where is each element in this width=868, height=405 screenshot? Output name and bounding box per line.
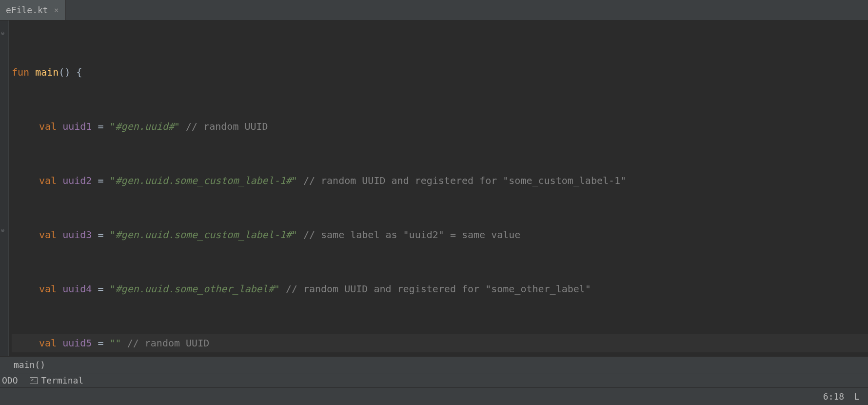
breadcrumb-bar: main() bbox=[0, 356, 868, 373]
fold-marker-icon[interactable]: ⊖ bbox=[1, 30, 4, 36]
editor-tab-bar: eFile.kt × bbox=[0, 0, 868, 20]
code-line-current: val uuid5 = "" // random UUID bbox=[12, 334, 868, 352]
caret-position[interactable]: 6:18 bbox=[823, 391, 844, 402]
terminal-tool-button[interactable]: Terminal bbox=[30, 375, 84, 385]
tool-label: Terminal bbox=[41, 375, 84, 385]
editor-area[interactable]: ⊖ ⊖ fun main() { val uuid1 = "#gen.uuid#… bbox=[0, 20, 868, 356]
code-content[interactable]: fun main() { val uuid1 = "#gen.uuid#" //… bbox=[9, 20, 868, 356]
code-line: val uuid3 = "#gen.uuid.some_custom_label… bbox=[12, 226, 868, 244]
tool-label: ODO bbox=[2, 375, 18, 385]
code-line: fun main() { bbox=[12, 63, 868, 81]
fold-marker-icon[interactable]: ⊖ bbox=[1, 227, 4, 233]
code-line: val uuid2 = "#gen.uuid.some_custom_label… bbox=[12, 172, 868, 190]
todo-tool-button[interactable]: ODO bbox=[2, 375, 18, 385]
tab-label: eFile.kt bbox=[6, 5, 48, 15]
close-icon[interactable]: × bbox=[53, 5, 60, 15]
terminal-icon bbox=[30, 377, 38, 384]
breadcrumb[interactable]: main() bbox=[14, 360, 45, 370]
file-tab[interactable]: eFile.kt × bbox=[0, 0, 66, 20]
status-bar: 6:18 L bbox=[0, 387, 868, 405]
code-line: val uuid1 = "#gen.uuid#" // random UUID bbox=[12, 118, 868, 136]
gutter[interactable]: ⊖ ⊖ bbox=[0, 20, 9, 356]
status-indicator[interactable]: L bbox=[854, 391, 859, 402]
code-line: val uuid4 = "#gen.uuid.some_other_label#… bbox=[12, 280, 868, 298]
tool-window-bar: ODO Terminal bbox=[0, 373, 868, 387]
